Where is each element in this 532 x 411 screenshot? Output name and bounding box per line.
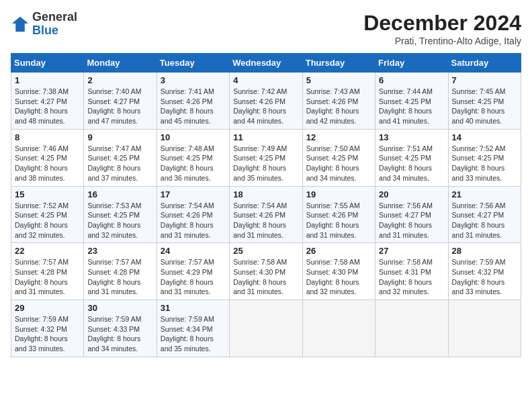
day-info: Sunrise: 7:57 AM Sunset: 4:28 PM Dayligh… <box>87 257 152 297</box>
calendar-cell: 31 Sunrise: 7:59 AM Sunset: 4:34 PM Dayl… <box>157 300 229 357</box>
day-number: 29 <box>15 303 80 313</box>
day-number: 8 <box>15 132 80 142</box>
calendar-header-row: Sunday Monday Tuesday Wednesday Thursday… <box>11 54 521 73</box>
day-number: 25 <box>233 246 298 256</box>
calendar-cell: 25 Sunrise: 7:58 AM Sunset: 4:30 PM Dayl… <box>230 243 302 300</box>
calendar-cell: 15 Sunrise: 7:52 AM Sunset: 4:25 PM Dayl… <box>11 186 84 243</box>
title-block: December 2024 Prati, Trentino-Alto Adige… <box>363 11 521 46</box>
day-number: 17 <box>161 189 226 199</box>
day-number: 4 <box>233 75 298 85</box>
calendar-cell <box>448 300 521 357</box>
calendar-cell: 29 Sunrise: 7:59 AM Sunset: 4:32 PM Dayl… <box>11 300 84 357</box>
day-number: 12 <box>306 132 371 142</box>
day-info: Sunrise: 7:43 AM Sunset: 4:26 PM Dayligh… <box>306 87 371 126</box>
day-number: 14 <box>452 132 517 142</box>
day-number: 13 <box>379 132 444 142</box>
calendar-cell: 6 Sunrise: 7:44 AM Sunset: 4:25 PM Dayli… <box>375 73 448 130</box>
calendar-cell: 7 Sunrise: 7:45 AM Sunset: 4:25 PM Dayli… <box>448 73 521 130</box>
col-sunday: Sunday <box>11 54 84 73</box>
calendar-row: 29 Sunrise: 7:59 AM Sunset: 4:32 PM Dayl… <box>11 300 521 357</box>
day-info: Sunrise: 7:57 AM Sunset: 4:28 PM Dayligh… <box>15 257 80 297</box>
logo-blue: Blue <box>32 24 58 37</box>
day-info: Sunrise: 7:41 AM Sunset: 4:26 PM Dayligh… <box>161 87 226 126</box>
day-number: 15 <box>15 189 80 199</box>
calendar-cell: 18 Sunrise: 7:54 AM Sunset: 4:26 PM Dayl… <box>230 186 302 243</box>
day-info: Sunrise: 7:44 AM Sunset: 4:25 PM Dayligh… <box>379 87 444 126</box>
location: Prati, Trentino-Alto Adige, Italy <box>363 36 521 46</box>
calendar-cell: 21 Sunrise: 7:56 AM Sunset: 4:27 PM Dayl… <box>448 186 521 243</box>
day-info: Sunrise: 7:48 AM Sunset: 4:25 PM Dayligh… <box>161 144 226 183</box>
day-number: 11 <box>233 132 298 142</box>
day-info: Sunrise: 7:58 AM Sunset: 4:30 PM Dayligh… <box>233 257 298 297</box>
calendar-cell <box>375 300 448 357</box>
calendar-row: 22 Sunrise: 7:57 AM Sunset: 4:28 PM Dayl… <box>11 243 521 300</box>
calendar-cell: 4 Sunrise: 7:42 AM Sunset: 4:26 PM Dayli… <box>230 73 302 130</box>
day-info: Sunrise: 7:54 AM Sunset: 4:26 PM Dayligh… <box>233 201 298 240</box>
day-number: 23 <box>87 246 152 256</box>
day-number: 28 <box>452 246 517 256</box>
calendar-cell: 10 Sunrise: 7:48 AM Sunset: 4:25 PM Dayl… <box>157 129 229 186</box>
calendar-cell <box>230 300 302 357</box>
calendar-cell: 17 Sunrise: 7:54 AM Sunset: 4:26 PM Dayl… <box>157 186 229 243</box>
day-info: Sunrise: 7:40 AM Sunset: 4:27 PM Dayligh… <box>87 87 152 126</box>
calendar-cell: 3 Sunrise: 7:41 AM Sunset: 4:26 PM Dayli… <box>157 73 229 130</box>
day-number: 24 <box>161 246 226 256</box>
day-number: 6 <box>379 75 444 85</box>
day-info: Sunrise: 7:51 AM Sunset: 4:25 PM Dayligh… <box>379 144 444 183</box>
calendar-cell: 28 Sunrise: 7:59 AM Sunset: 4:32 PM Dayl… <box>448 243 521 300</box>
calendar-cell: 19 Sunrise: 7:55 AM Sunset: 4:26 PM Dayl… <box>302 186 375 243</box>
calendar-cell: 8 Sunrise: 7:46 AM Sunset: 4:25 PM Dayli… <box>11 129 84 186</box>
day-number: 27 <box>379 246 444 256</box>
logo-icon <box>11 15 30 34</box>
col-monday: Monday <box>84 54 157 73</box>
day-number: 1 <box>15 75 80 85</box>
calendar-row: 15 Sunrise: 7:52 AM Sunset: 4:25 PM Dayl… <box>11 186 521 243</box>
day-number: 9 <box>87 132 152 142</box>
day-info: Sunrise: 7:57 AM Sunset: 4:29 PM Dayligh… <box>161 257 226 297</box>
day-number: 16 <box>87 189 152 199</box>
calendar-cell: 23 Sunrise: 7:57 AM Sunset: 4:28 PM Dayl… <box>84 243 157 300</box>
logo-text-block: General Blue <box>32 11 77 38</box>
day-info: Sunrise: 7:49 AM Sunset: 4:25 PM Dayligh… <box>233 144 298 183</box>
day-info: Sunrise: 7:56 AM Sunset: 4:27 PM Dayligh… <box>452 201 517 240</box>
day-number: 18 <box>233 189 298 199</box>
calendar-cell: 12 Sunrise: 7:50 AM Sunset: 4:25 PM Dayl… <box>302 129 375 186</box>
logo-general: General <box>32 10 77 24</box>
day-info: Sunrise: 7:56 AM Sunset: 4:27 PM Dayligh… <box>379 201 444 240</box>
calendar-cell: 20 Sunrise: 7:56 AM Sunset: 4:27 PM Dayl… <box>375 186 448 243</box>
logo: General Blue <box>11 11 77 38</box>
calendar-table: Sunday Monday Tuesday Wednesday Thursday… <box>11 53 521 357</box>
calendar-cell: 5 Sunrise: 7:43 AM Sunset: 4:26 PM Dayli… <box>302 73 375 130</box>
day-number: 22 <box>15 246 80 256</box>
day-info: Sunrise: 7:59 AM Sunset: 4:34 PM Dayligh… <box>161 314 226 354</box>
day-info: Sunrise: 7:58 AM Sunset: 4:31 PM Dayligh… <box>379 257 444 297</box>
day-info: Sunrise: 7:38 AM Sunset: 4:27 PM Dayligh… <box>15 87 80 126</box>
calendar-cell: 13 Sunrise: 7:51 AM Sunset: 4:25 PM Dayl… <box>375 129 448 186</box>
day-info: Sunrise: 7:59 AM Sunset: 4:33 PM Dayligh… <box>87 314 152 354</box>
day-info: Sunrise: 7:50 AM Sunset: 4:25 PM Dayligh… <box>306 144 371 183</box>
calendar-row: 1 Sunrise: 7:38 AM Sunset: 4:27 PM Dayli… <box>11 73 521 130</box>
page-header: General Blue December 2024 Prati, Trenti… <box>11 11 521 46</box>
day-number: 3 <box>161 75 226 85</box>
day-number: 30 <box>87 303 152 313</box>
calendar-cell: 26 Sunrise: 7:58 AM Sunset: 4:30 PM Dayl… <box>302 243 375 300</box>
col-tuesday: Tuesday <box>157 54 229 73</box>
calendar-cell: 11 Sunrise: 7:49 AM Sunset: 4:25 PM Dayl… <box>230 129 302 186</box>
day-number: 7 <box>452 75 517 85</box>
logo-name: General Blue <box>32 11 77 38</box>
day-info: Sunrise: 7:55 AM Sunset: 4:26 PM Dayligh… <box>306 201 371 240</box>
calendar-cell: 14 Sunrise: 7:52 AM Sunset: 4:25 PM Dayl… <box>448 129 521 186</box>
calendar-cell: 2 Sunrise: 7:40 AM Sunset: 4:27 PM Dayli… <box>84 73 157 130</box>
day-number: 5 <box>306 75 371 85</box>
day-info: Sunrise: 7:52 AM Sunset: 4:25 PM Dayligh… <box>15 201 80 240</box>
day-info: Sunrise: 7:45 AM Sunset: 4:25 PM Dayligh… <box>452 87 517 126</box>
calendar-cell: 1 Sunrise: 7:38 AM Sunset: 4:27 PM Dayli… <box>11 73 84 130</box>
day-info: Sunrise: 7:54 AM Sunset: 4:26 PM Dayligh… <box>161 201 226 240</box>
day-info: Sunrise: 7:42 AM Sunset: 4:26 PM Dayligh… <box>233 87 298 126</box>
day-number: 20 <box>379 189 444 199</box>
col-saturday: Saturday <box>448 54 521 73</box>
day-number: 21 <box>452 189 517 199</box>
day-info: Sunrise: 7:46 AM Sunset: 4:25 PM Dayligh… <box>15 144 80 183</box>
col-thursday: Thursday <box>302 54 375 73</box>
calendar-cell: 16 Sunrise: 7:53 AM Sunset: 4:25 PM Dayl… <box>84 186 157 243</box>
